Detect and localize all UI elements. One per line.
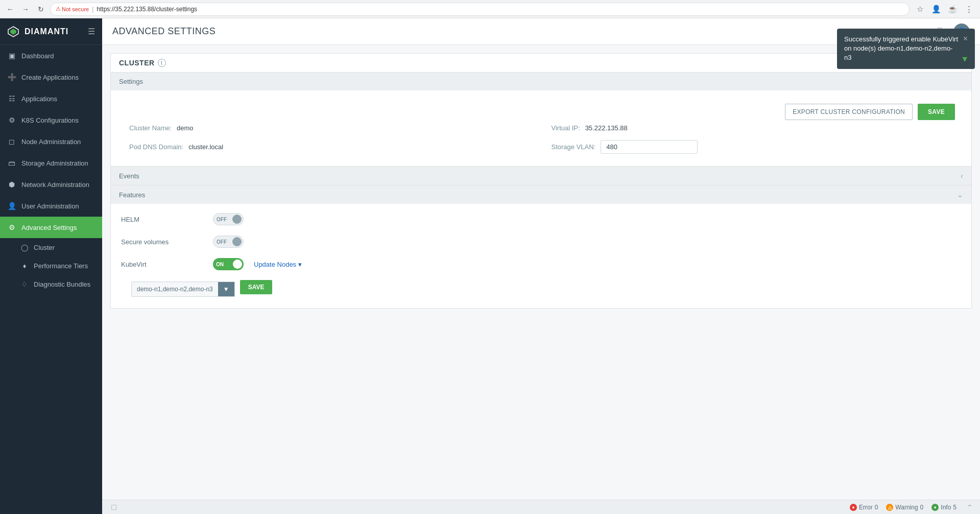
- sidebar-item-label: Dashboard: [21, 52, 54, 60]
- sidebar-sub-item-diagnostic-bundles[interactable]: ♢ Diagnostic Bundles: [0, 275, 102, 293]
- update-nodes-button[interactable]: Update Nodes ▾: [254, 261, 302, 268]
- storage-vlan-row: Storage VLAN:: [552, 140, 953, 154]
- storage-vlan-input[interactable]: [601, 140, 698, 154]
- events-panel: Events ‹: [111, 166, 971, 185]
- cluster-name-row: Cluster Name: demo: [129, 124, 531, 132]
- main-content: ADVANCED SETTINGS ⎘ 👤 Successfully trigg…: [102, 18, 980, 514]
- address-bar[interactable]: ⚠ Not secure | https://35.222.135.88/clu…: [50, 3, 910, 16]
- back-button[interactable]: ←: [4, 3, 16, 15]
- events-chevron-icon: ‹: [961, 172, 963, 180]
- reload-button[interactable]: ↻: [35, 3, 47, 15]
- events-section-header[interactable]: Events ‹: [111, 167, 971, 185]
- sidebar-item-label: User Administration: [21, 202, 79, 210]
- svg-marker-1: [10, 29, 16, 35]
- warning-dot: △: [886, 504, 893, 511]
- secure-volumes-toggle-label: OFF: [217, 239, 227, 245]
- pod-dns-row: Pod DNS Domain: cluster.local: [129, 140, 531, 154]
- nodes-value: demo-n1,demo-n2,demo-n3: [132, 282, 218, 296]
- sidebar-item-create-applications[interactable]: ➕ Create Applications: [0, 66, 102, 88]
- sidebar-item-dashboard[interactable]: ▣ Dashboard: [0, 45, 102, 66]
- sidebar-item-applications[interactable]: ☷ Applications: [0, 88, 102, 109]
- status-chevron-icon[interactable]: ⌃: [965, 503, 975, 511]
- storage-icon: 🗃: [7, 158, 16, 168]
- sidebar-item-advanced-settings[interactable]: ⚙ Advanced Settings: [0, 217, 102, 238]
- cluster-name-label: Cluster Name:: [129, 124, 172, 132]
- pod-dns-value: cluster.local: [188, 143, 223, 151]
- forward-button[interactable]: →: [19, 3, 32, 15]
- security-indicator: ⚠ Not secure: [56, 6, 89, 12]
- export-button[interactable]: EXPORT CLUSTER CONFIGURATION: [785, 104, 913, 120]
- nodes-dropdown[interactable]: demo-n1,demo-n2,demo-n3 ▼: [131, 282, 235, 297]
- info-label: Info: [941, 504, 951, 511]
- sidebar-item-user-admin[interactable]: 👤 User Administration: [0, 195, 102, 217]
- page-body: Successfully triggered enable KubeVirt o…: [102, 45, 980, 500]
- sidebar-item-network-admin[interactable]: ⬢ Network Administration: [0, 174, 102, 195]
- virtual-ip-label: Virtual IP:: [552, 124, 580, 132]
- sidebar-item-label: Storage Administration: [21, 159, 88, 167]
- save-button[interactable]: SAVE: [918, 104, 955, 120]
- info-dot: ●: [931, 504, 939, 511]
- more-button[interactable]: ⋮: [962, 2, 976, 16]
- create-app-icon: ➕: [7, 73, 16, 82]
- cluster-title: CLUSTER: [119, 59, 155, 67]
- helm-feature-row: HELM OFF: [111, 208, 971, 230]
- sidebar-logo: DIAMANTI ☰: [0, 18, 102, 45]
- k8s-icon: ⚙: [7, 115, 16, 125]
- nodes-row: demo-n1,demo-n2,demo-n3 ▼ SAVE: [111, 275, 971, 304]
- sidebar-item-label: Applications: [21, 95, 57, 103]
- settings-section-content: EXPORT CLUSTER CONFIGURATION SAVE Cluste…: [111, 90, 971, 166]
- secure-volumes-toggle[interactable]: OFF: [213, 236, 244, 248]
- network-icon: ⬢: [7, 180, 16, 189]
- status-warning-item[interactable]: △ Warning 0: [886, 504, 923, 511]
- virtual-ip-value: 35.222.135.88: [585, 124, 628, 132]
- sidebar-item-node-admin[interactable]: ◻ Node Administration: [0, 131, 102, 152]
- sidebar-sub-item-performance-tiers[interactable]: ♦ Performance Tiers: [0, 256, 102, 275]
- diamanti-logo-icon: [7, 26, 19, 38]
- cluster-info-icon[interactable]: i: [158, 59, 166, 67]
- helm-label: HELM: [121, 216, 203, 223]
- nodes-caret-icon[interactable]: ▼: [218, 282, 234, 296]
- warning-label: Warning: [895, 504, 918, 511]
- page-title: ADVANCED SETTINGS: [112, 26, 216, 37]
- sidebar-item-k8s[interactable]: ⚙ K8S Configurations: [0, 109, 102, 131]
- settings-panel: Settings EXPORT CLUSTER CONFIGURATION SA…: [111, 72, 971, 166]
- warning-count: 0: [920, 504, 924, 511]
- settings-section-label: Settings: [119, 78, 143, 85]
- bookmark-button[interactable]: ☆: [913, 2, 927, 16]
- dashboard-icon: ▣: [7, 51, 16, 60]
- logo-text: DIAMANTI: [25, 27, 68, 36]
- sidebar-item-label: K8S Configurations: [21, 116, 79, 124]
- page-icon-button[interactable]: □: [107, 501, 121, 514]
- status-info-item[interactable]: ● Info 5: [931, 504, 957, 511]
- helm-toggle-label: OFF: [217, 217, 227, 222]
- diagnostic-icon: ♢: [20, 280, 29, 288]
- menu-toggle-icon[interactable]: ☰: [88, 27, 95, 36]
- error-label: Error: [859, 504, 873, 511]
- status-bar: □ ● Error 0 △ Warning 0 ● Info 5 ⌃: [102, 500, 980, 514]
- info-count: 5: [953, 504, 957, 511]
- sidebar-sub-item-cluster[interactable]: ◯ Cluster: [0, 238, 102, 256]
- toast-notification: Successfully triggered enable KubeVirt o…: [837, 45, 975, 69]
- actions-row: EXPORT CLUSTER CONFIGURATION SAVE: [119, 99, 963, 120]
- user-icon: 👤: [7, 201, 16, 211]
- cluster-container: CLUSTER i Settings EXPORT CLUSTER CONFIG…: [110, 53, 972, 309]
- sidebar-item-label: Create Applications: [21, 74, 79, 81]
- pod-dns-label: Pod DNS Domain:: [129, 143, 183, 151]
- features-section-header[interactable]: Features ⌄: [111, 185, 971, 204]
- error-dot: ●: [850, 504, 857, 511]
- error-count: 0: [875, 504, 878, 511]
- sidebar-item-storage-admin[interactable]: 🗃 Storage Administration: [0, 152, 102, 174]
- helm-toggle[interactable]: OFF: [213, 213, 244, 225]
- performance-icon: ♦: [20, 262, 29, 270]
- update-nodes-chevron-icon: ▾: [298, 261, 302, 268]
- kubevirt-toggle[interactable]: ON: [213, 258, 244, 270]
- features-chevron-icon: ⌄: [957, 191, 963, 199]
- kubevirt-toggle-label: ON: [216, 262, 224, 267]
- status-error-item[interactable]: ● Error 0: [850, 504, 878, 511]
- profile-button[interactable]: 👤: [929, 2, 943, 16]
- settings-section-header[interactable]: Settings: [111, 73, 971, 90]
- features-section-label: Features: [119, 191, 145, 199]
- nodes-save-button[interactable]: SAVE: [240, 280, 273, 294]
- update-nodes-label: Update Nodes: [254, 261, 296, 268]
- extensions-button[interactable]: ☕: [945, 2, 960, 16]
